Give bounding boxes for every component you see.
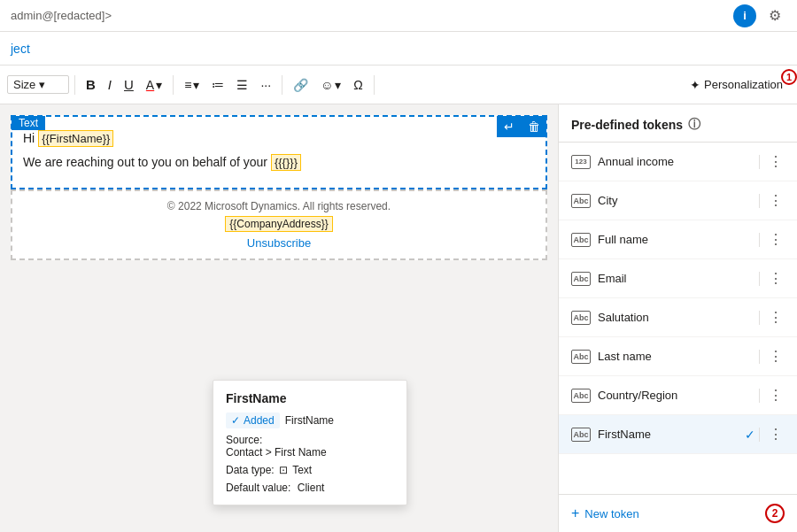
token-label-email: Email bbox=[598, 272, 759, 285]
token-label-country-region: Country/Region bbox=[598, 389, 759, 402]
emoji-button[interactable]: ☺ ▾ bbox=[315, 74, 346, 96]
token-icon-salutation: Abc bbox=[571, 311, 591, 325]
token-more-full-name[interactable]: ⋮ bbox=[767, 229, 785, 250]
token-sep-1 bbox=[759, 155, 760, 169]
settings-icon[interactable]: ⚙ bbox=[763, 4, 786, 27]
emoji-chevron-icon: ▾ bbox=[335, 78, 341, 92]
token-item-country-region[interactable]: Abc Country/Region ⋮ bbox=[559, 376, 797, 415]
token-icon-firstname: Abc bbox=[571, 428, 591, 442]
token-icon-email: Abc bbox=[571, 272, 591, 286]
tooltip-datatype-label: Data type: bbox=[226, 464, 275, 476]
link-button[interactable]: 🔗 bbox=[288, 74, 313, 96]
editor-line-1[interactable]: Hi {{FirstName}} bbox=[23, 129, 535, 148]
sidebar-header: Pre-defined tokens ⓘ bbox=[559, 104, 797, 143]
token-icon-full-name: Abc bbox=[571, 233, 591, 247]
align-icon: ≡ bbox=[184, 78, 191, 92]
token-icon-city: Abc bbox=[571, 194, 591, 208]
toolbar-separator-4 bbox=[374, 75, 375, 95]
user-email: admin@[redacted]> bbox=[11, 9, 112, 22]
main-area: Text ↵ 🗑 Hi {{FirstName}} We are reachin… bbox=[0, 104, 797, 532]
toolbar-separator-1 bbox=[74, 75, 75, 95]
numbering-button[interactable]: ☰ bbox=[231, 74, 253, 96]
token-label-annual-income: Annual income bbox=[598, 155, 759, 168]
token-icon-last-name: Abc bbox=[571, 350, 591, 364]
token-check-firstname: ✓ bbox=[745, 428, 755, 442]
block-return-button[interactable]: ↵ bbox=[497, 116, 522, 137]
font-color-button[interactable]: A ▾ bbox=[141, 74, 167, 96]
underline-button[interactable]: U bbox=[119, 73, 139, 96]
new-token-badge: 2 bbox=[765, 504, 785, 523]
token-label-salutation: Salutation bbox=[598, 311, 759, 324]
size-chevron-icon: ▾ bbox=[39, 78, 45, 91]
align-chevron-icon: ▾ bbox=[193, 78, 199, 92]
token-item-city[interactable]: Abc City ⋮ bbox=[559, 181, 797, 220]
token-sep-5 bbox=[759, 311, 760, 325]
editor-line-2[interactable]: We are reaching out to you on behalf of … bbox=[23, 153, 535, 172]
personalization-icon: ✦ bbox=[690, 78, 700, 92]
empty-token[interactable]: {{{}}} bbox=[271, 154, 301, 171]
new-token-plus-icon: + bbox=[571, 505, 579, 521]
tooltip-badge-value: FirstName bbox=[285, 414, 334, 427]
firstname-token[interactable]: {{FirstName}} bbox=[38, 130, 113, 147]
personalization-badge: 1 bbox=[781, 69, 797, 85]
new-token-button[interactable]: + New token 2 bbox=[559, 494, 797, 532]
token-icon-annual-income: 123 bbox=[571, 155, 591, 169]
token-label-last-name: Last name bbox=[598, 350, 759, 363]
align-button[interactable]: ≡ ▾ bbox=[179, 74, 205, 96]
toolbar-separator-3 bbox=[282, 75, 282, 95]
tooltip-source-row: Source: Contact > First Name bbox=[226, 434, 394, 459]
block-delete-button[interactable]: 🗑 bbox=[522, 116, 546, 137]
token-sep-7 bbox=[759, 389, 760, 403]
token-item-annual-income[interactable]: 123 Annual income ⋮ bbox=[559, 143, 797, 181]
italic-button[interactable]: I bbox=[103, 73, 117, 96]
new-token-label: New token bbox=[584, 507, 638, 520]
top-bar: admin@[redacted]> i ⚙ bbox=[0, 0, 797, 32]
omega-button[interactable]: Ω bbox=[348, 74, 368, 96]
token-label-full-name: Full name bbox=[598, 233, 759, 246]
token-sep-3 bbox=[759, 233, 760, 247]
toolbar: Size ▾ B I U A ▾ ≡ ▾ ≔ ☰ ··· 🔗 ☺ ▾ Ω ✦ P… bbox=[0, 66, 797, 104]
datatype-icon: ⊡ bbox=[279, 464, 288, 476]
emoji-icon: ☺ bbox=[321, 78, 333, 92]
text-block: Text ↵ 🗑 Hi {{FirstName}} We are reachin… bbox=[11, 115, 547, 189]
token-more-country-region[interactable]: ⋮ bbox=[767, 385, 785, 405]
token-more-annual-income[interactable]: ⋮ bbox=[767, 151, 785, 172]
info-icon[interactable]: i bbox=[733, 4, 756, 27]
token-item-salutation[interactable]: Abc Salutation ⋮ bbox=[559, 298, 797, 337]
token-more-salutation[interactable]: ⋮ bbox=[767, 307, 785, 328]
top-bar-actions: i ⚙ bbox=[733, 4, 786, 27]
size-dropdown[interactable]: Size ▾ bbox=[7, 75, 69, 94]
token-sep-6 bbox=[759, 350, 760, 364]
token-more-firstname[interactable]: ⋮ bbox=[767, 424, 785, 444]
tooltip-default-value: Client bbox=[298, 482, 325, 494]
toolbar-separator-2 bbox=[173, 75, 174, 95]
editor-area: Text ↵ 🗑 Hi {{FirstName}} We are reachin… bbox=[0, 104, 558, 532]
text-block-label: Text bbox=[12, 116, 45, 130]
personalization-label: Personalization bbox=[704, 78, 783, 91]
token-more-last-name[interactable]: ⋮ bbox=[767, 346, 785, 366]
personalization-button[interactable]: ✦ Personalization 1 bbox=[683, 74, 790, 96]
token-item-firstname[interactable]: Abc FirstName ✓ ⋮ bbox=[559, 415, 797, 454]
line2-prefix: We are reaching out to you on behalf of … bbox=[23, 155, 271, 169]
tooltip-datatype-value: Text bbox=[292, 464, 312, 476]
more-button[interactable]: ··· bbox=[255, 74, 276, 96]
token-list: 123 Annual income ⋮ Abc City ⋮ Abc Full … bbox=[559, 143, 797, 494]
token-item-full-name[interactable]: Abc Full name ⋮ bbox=[559, 220, 797, 259]
token-more-email[interactable]: ⋮ bbox=[767, 268, 785, 289]
font-color-label: A bbox=[146, 78, 154, 92]
token-sep-8 bbox=[759, 428, 760, 442]
token-label-firstname: FirstName bbox=[598, 428, 745, 441]
sidebar-info-icon[interactable]: ⓘ bbox=[688, 117, 700, 133]
token-icon-country-region: Abc bbox=[571, 389, 591, 403]
token-item-last-name[interactable]: Abc Last name ⋮ bbox=[559, 337, 797, 376]
unsubscribe-link[interactable]: Unsubscribe bbox=[247, 236, 311, 250]
token-item-email[interactable]: Abc Email ⋮ bbox=[559, 259, 797, 298]
token-more-city[interactable]: ⋮ bbox=[767, 190, 785, 211]
tooltip-default-label: Default value: bbox=[226, 482, 290, 494]
footer-block: © 2022 Microsoft Dynamics. All rights re… bbox=[11, 189, 547, 260]
bullets-button[interactable]: ≔ bbox=[206, 74, 229, 96]
sidebar: Pre-defined tokens ⓘ 123 Annual income ⋮… bbox=[558, 104, 797, 532]
tooltip-source-label: Source: bbox=[226, 434, 262, 446]
company-address-token[interactable]: {{CompanyAddress}} bbox=[225, 216, 332, 232]
bold-button[interactable]: B bbox=[81, 73, 101, 96]
